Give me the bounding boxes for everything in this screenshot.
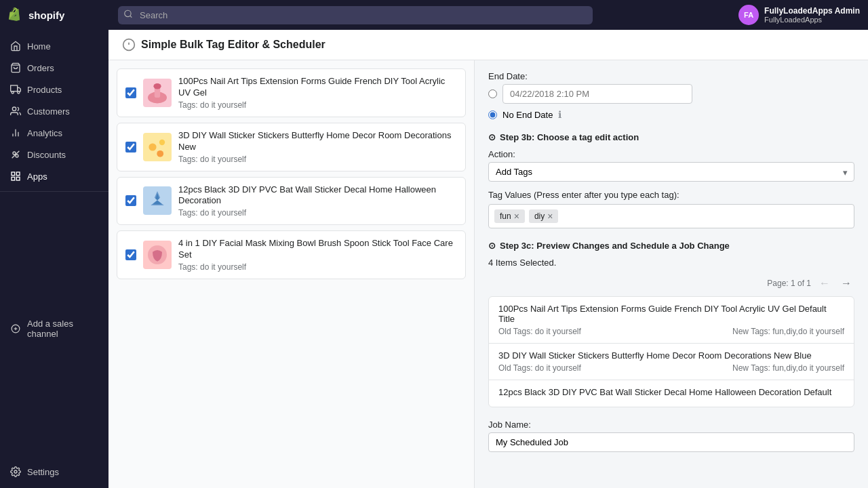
prev-page-button[interactable]: ← — [816, 276, 833, 291]
svg-rect-16 — [16, 177, 20, 180]
settings-icon — [9, 466, 22, 478]
product-checkbox-3[interactable] — [125, 195, 136, 206]
product-info-2: 3D DIY Wall Sticker Stickers Butterfly H… — [178, 130, 457, 164]
apps-icon — [9, 170, 22, 182]
date-radio[interactable] — [488, 89, 497, 98]
user-name: FullyLoadedApps Admin — [764, 6, 860, 16]
product-list-panel: 100Pcs Nail Art Tips Extension Forms Gui… — [108, 60, 475, 488]
product-tags-3: Tags: do it yourself — [178, 208, 457, 218]
sidebar-item-add-sales-channel[interactable]: Add a sales channel — [0, 314, 108, 344]
content-area: 100Pcs Nail Art Tips Extension Forms Gui… — [108, 60, 868, 488]
tag-chip-fun: fun × — [494, 209, 525, 223]
home-icon — [9, 40, 22, 52]
job-name-section: Job Name: — [488, 420, 854, 452]
items-selected: 4 Items Selected. — [488, 258, 854, 268]
sidebar-item-discounts[interactable]: Discounts — [0, 144, 108, 165]
product-tags-2: Tags: do it yourself — [178, 155, 457, 164]
sidebar-label-products: Products — [27, 85, 62, 95]
sidebar-item-analytics[interactable]: Analytics — [0, 122, 108, 144]
settings-label: Settings — [27, 467, 59, 477]
date-input[interactable] — [502, 84, 692, 104]
sidebar-label-home: Home — [27, 41, 51, 52]
svg-point-12 — [16, 155, 18, 157]
product-name-2: 3D DIY Wall Sticker Stickers Butterfly H… — [178, 130, 457, 153]
no-end-date-label: No End Date — [502, 110, 553, 120]
topbar: shopify FA FullyLoadedApps Admin FullyLo… — [0, 0, 868, 30]
product-item-4: 4 in 1 DIY Facial Mask Mixing Bowl Brush… — [117, 230, 466, 279]
product-thumb-3 — [143, 186, 172, 215]
sidebar-divider — [0, 191, 108, 192]
step-3b-bullet: ⊙ — [488, 132, 496, 142]
product-checkbox-4[interactable] — [125, 249, 136, 260]
add-sales-channel-label: Add a sales channel — [27, 319, 99, 339]
svg-marker-4 — [18, 87, 21, 91]
date-option-row — [488, 84, 854, 104]
product-checkbox-1[interactable] — [125, 87, 136, 98]
svg-point-21 — [14, 470, 17, 473]
old-tags-2: Old Tags: do it yourself — [498, 363, 581, 373]
discounts-icon — [9, 148, 22, 161]
step-3b-title: ⊙ Step 3b: Choose a tag edit action — [488, 132, 854, 142]
sidebar-item-customers[interactable]: Customers — [0, 100, 108, 122]
svg-rect-3 — [11, 85, 18, 92]
action-row: Action: Add Tags Remove Tags Replace Tag… — [488, 149, 854, 182]
app-header-icon — [122, 38, 136, 52]
product-thumb-1 — [143, 79, 172, 107]
search-bar — [118, 6, 593, 24]
job-name-input[interactable] — [488, 432, 854, 452]
sidebar-item-orders[interactable]: Orders — [0, 57, 108, 79]
product-tags-4: Tags: do it yourself — [178, 262, 457, 272]
svg-point-29 — [159, 139, 165, 144]
product-checkbox-2[interactable] — [125, 142, 136, 152]
step-3c-section: ⊙ Step 3c: Preview Changes and Schedule … — [488, 241, 854, 407]
svg-point-30 — [157, 150, 163, 157]
sidebar-label-apps: Apps — [27, 171, 47, 182]
sidebar-label-orders: Orders — [27, 63, 54, 73]
product-item-2: 3D DIY Wall Sticker Stickers Butterfly H… — [117, 123, 466, 171]
tag-input-area[interactable]: fun × diy × — [488, 204, 854, 228]
sidebar-item-settings[interactable]: Settings — [0, 461, 108, 483]
orders-icon — [9, 62, 22, 74]
remove-diy-tag[interactable]: × — [547, 211, 553, 222]
no-end-date-row: No End Date ℹ — [488, 109, 854, 120]
svg-point-7 — [12, 107, 16, 110]
product-item-3: 12pcs Black 3D DIY PVC Bat Wall Sticker … — [117, 177, 466, 226]
product-info-1: 100Pcs Nail Art Tips Extension Forms Gui… — [178, 76, 457, 110]
svg-rect-14 — [12, 172, 15, 176]
sidebar-item-apps[interactable]: Apps — [0, 165, 108, 187]
preview-product-name-2: 3D DIY Wall Sticker Stickers Butterfly H… — [498, 350, 844, 361]
action-select[interactable]: Add Tags Remove Tags Replace Tags Set Ta… — [488, 162, 854, 182]
user-sub: FullyLoadedApps — [764, 16, 860, 24]
product-name-3: 12pcs Black 3D DIY PVC Bat Wall Sticker … — [178, 184, 457, 207]
step-3b-section: ⊙ Step 3b: Choose a tag edit action Acti… — [488, 132, 854, 228]
tag-chip-diy: diy × — [529, 209, 559, 223]
add-icon — [9, 323, 22, 335]
main: Simple Bulk Tag Editor & Scheduler 100Pc… — [108, 30, 868, 488]
svg-point-28 — [149, 143, 156, 150]
svg-point-6 — [18, 92, 20, 94]
info-icon[interactable]: ℹ — [558, 109, 561, 120]
svg-point-0 — [125, 10, 131, 16]
sidebar-label-discounts: Discounts — [27, 150, 66, 160]
old-tags-1: Old Tags: do it yourself — [498, 327, 581, 336]
end-date-label: End Date: — [488, 71, 854, 81]
sidebar-label-customers: Customers — [27, 106, 70, 117]
search-input[interactable] — [118, 6, 593, 24]
remove-fun-tag[interactable]: × — [514, 211, 519, 222]
preview-table: 100Pcs Nail Art Tips Extension Forms Gui… — [488, 296, 854, 407]
app-title: Simple Bulk Tag Editor & Scheduler — [141, 39, 326, 51]
action-select-wrapper: Add Tags Remove Tags Replace Tags Set Ta… — [488, 162, 854, 182]
product-info-4: 4 in 1 DIY Facial Mask Mixing Bowl Brush… — [178, 238, 457, 272]
analytics-icon — [9, 127, 22, 139]
action-label: Action: — [488, 149, 854, 159]
product-info-3: 12pcs Black 3D DIY PVC Bat Wall Sticker … — [178, 184, 457, 218]
tag-values-label: Tag Values (Press enter after you type e… — [488, 190, 854, 200]
avatar: FA — [738, 5, 759, 25]
sidebar-item-products[interactable]: Products — [0, 79, 108, 100]
next-page-button[interactable]: → — [838, 276, 854, 291]
product-thumb-2 — [143, 133, 172, 161]
sidebar-item-home[interactable]: Home — [0, 35, 108, 57]
no-end-date-radio[interactable] — [488, 110, 497, 119]
product-name-1: 100Pcs Nail Art Tips Extension Forms Gui… — [178, 76, 457, 99]
product-name-4: 4 in 1 DIY Facial Mask Mixing Bowl Brush… — [178, 238, 457, 261]
